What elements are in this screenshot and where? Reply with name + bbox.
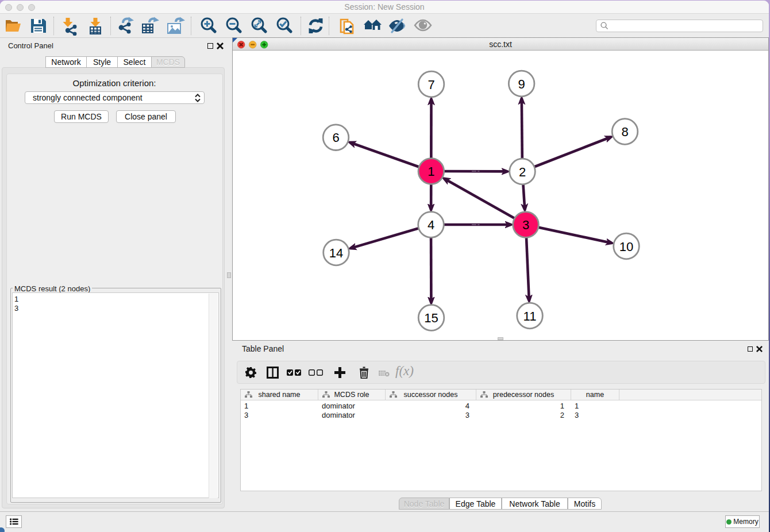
- svg-text:10: 10: [619, 240, 633, 254]
- svg-text:7: 7: [428, 78, 434, 92]
- svg-text:15: 15: [424, 311, 438, 325]
- svg-text:1: 1: [428, 164, 434, 179]
- svg-text:11: 11: [523, 309, 537, 323]
- svg-text:2: 2: [519, 165, 526, 179]
- svg-text:8: 8: [621, 125, 628, 139]
- svg-text:6: 6: [332, 130, 339, 145]
- svg-text:9: 9: [518, 77, 525, 91]
- svg-text:14: 14: [329, 246, 343, 260]
- svg-text:4: 4: [428, 218, 434, 232]
- svg-text:3: 3: [522, 218, 529, 232]
